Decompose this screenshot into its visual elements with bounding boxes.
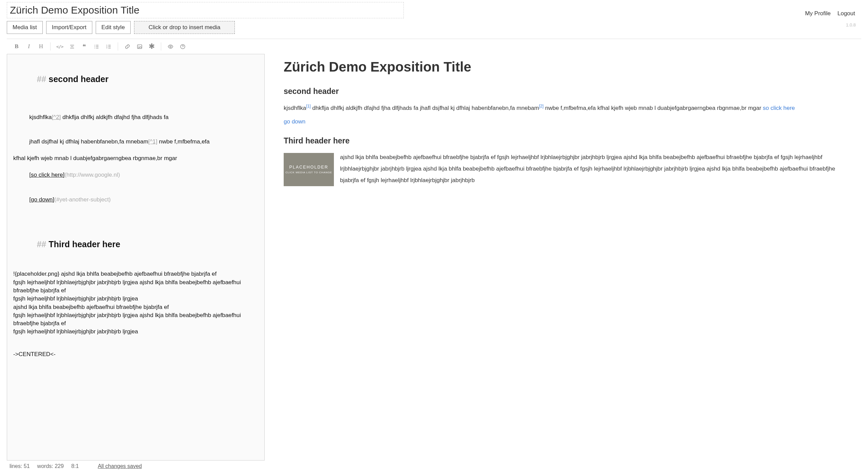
footnote-ref: [^1] [148,138,157,145]
editor-line: [so click here](http://www.google.nl) [13,162,258,187]
editor-line: fgsjh lejrhaeljhbf lrjbhlaejrbjghjbr jab… [13,295,258,303]
editor-line: !{placeholder.png} ajshd lkja bhlfa beab… [13,270,258,278]
align-button[interactable] [68,44,76,50]
unordered-list-button[interactable] [93,44,100,50]
md-h2-text: second header [49,74,108,84]
toolbar-buttons-row: Media list Import/Export Edit style Clic… [7,21,861,34]
import-export-button[interactable]: Import/Export [46,21,92,34]
preview-link-so-click-here[interactable]: so click here [763,105,795,111]
editor-line: fgsjh lejrhaeljhbf lrjbhlaejrbjghjbr jab… [13,311,258,328]
logout-link[interactable]: Logout [837,10,855,17]
editor-line: [go down](#yet-another-subject) [13,187,258,212]
media-list-button[interactable]: Media list [7,21,43,34]
svg-point-16 [138,46,139,46]
asterisk-button[interactable]: ✱ [148,44,155,49]
preview-paragraph: go down [284,116,848,128]
title-container [7,2,404,18]
editor-line: ajshd lkja bhlfa beabejbefhb ajefbaefhui… [13,303,258,311]
md-h2-text: Third header here [49,239,120,249]
editor-line: fgsjh lejrhaeljhbf lrjbhlaejrbjghjbr jab… [13,278,258,295]
preview-panel: Zürich Demo Exposition Title second head… [284,39,861,470]
formatting-toolbar: B I H </> ❝ 123 [7,39,265,54]
preview-paragraph-with-image: PLACEHOLDER CLICK MEDIA LIST TO CHANGE a… [284,152,848,189]
preview-h2: second header [284,87,848,96]
editor-line: ## Third header here [13,226,258,262]
svg-text:3: 3 [106,47,107,49]
top-nav: My Profile Logout [805,10,855,17]
svg-point-19 [182,47,183,48]
quote-button[interactable]: ❝ [80,43,88,51]
edit-style-button[interactable]: Edit style [96,21,131,34]
italic-button[interactable]: I [25,43,33,50]
editor-line: jhafl dsjfhal kj dfhlaj habenbfanebn,fa … [13,130,258,154]
footnote-ref: [^2] [52,114,61,120]
main-split: B I H </> ❝ 123 [7,39,861,470]
status-bar: lines: 51 words: 229 8:1 All changes sav… [7,461,265,470]
editor-line: fgsjh lejrhaeljhbf lrjbhlaejrbjghjbr jab… [13,328,258,336]
md-link-text: [so click here] [29,172,64,178]
editor-line: ->CENTERED<- [13,350,258,358]
toolbar-divider [118,42,118,51]
ordered-list-button[interactable]: 123 [105,44,112,50]
svg-point-17 [170,46,171,47]
words-count: words: 229 [37,463,64,469]
lines-count: lines: 51 [10,463,30,469]
svg-point-5 [94,46,95,47]
footnote-link-1[interactable]: [1] [306,104,310,109]
toolbar-divider [50,42,51,51]
media-placeholder[interactable]: PLACEHOLDER CLICK MEDIA LIST TO CHANGE [284,153,334,186]
link-button[interactable] [124,44,131,50]
code-icon-open: < [56,44,59,49]
preview-paragraph: kjsdhflka[1] dhkflja dhlfkj aldkjfh dfaj… [284,102,848,114]
image-button[interactable] [136,44,143,50]
editor-panel: B I H </> ❝ 123 [7,39,265,470]
cursor-position: 8:1 [71,463,79,469]
version-label: 1.0.8 [846,22,856,27]
svg-point-3 [94,45,95,45]
code-icon-close: /> [59,44,63,49]
placeholder-title: PLACEHOLDER [289,165,328,170]
preview-h2: Third header here [284,136,848,145]
exposition-title-input[interactable] [10,4,401,16]
my-profile-link[interactable]: My Profile [805,10,831,17]
markdown-editor[interactable]: ## second header kjsdhflka[^2] dhkflja d… [7,54,265,461]
preview-link-go-down[interactable]: go down [284,118,305,125]
preview-button[interactable] [167,44,174,50]
md-h2-prefix: ## [37,239,49,249]
footnote-link-2[interactable]: [2] [539,104,543,109]
save-status: All changes saved [98,463,142,469]
md-link-text: [go down] [29,196,54,203]
toolbar-divider [161,42,161,51]
bold-button[interactable]: B [13,43,20,50]
preview-paragraph: ajshd lkja bhlfa beabejbefhb ajefbaefhui… [284,152,848,186]
help-button[interactable] [179,44,186,50]
md-link-url: (#yet-another-subject) [54,196,111,203]
editor-line: ## second header [13,61,258,97]
editor-line: kfhal kjefh wjeb mnab l duabjefgabrgaern… [13,154,258,162]
header-button[interactable]: H [37,43,45,50]
md-h2-prefix: ## [37,74,49,84]
media-dropzone[interactable]: Click or drop to insert media [134,21,235,34]
preview-title: Zürich Demo Exposition Title [284,59,848,75]
placeholder-subtitle: CLICK MEDIA LIST TO CHANGE [285,171,332,174]
editor-line: kjsdhflka[^2] dhkflja dhlfkj aldkjfh dfa… [13,105,258,130]
code-button[interactable]: </> [56,44,63,49]
md-link-url: (http://www.google.nl) [64,172,120,178]
svg-point-7 [94,47,95,48]
